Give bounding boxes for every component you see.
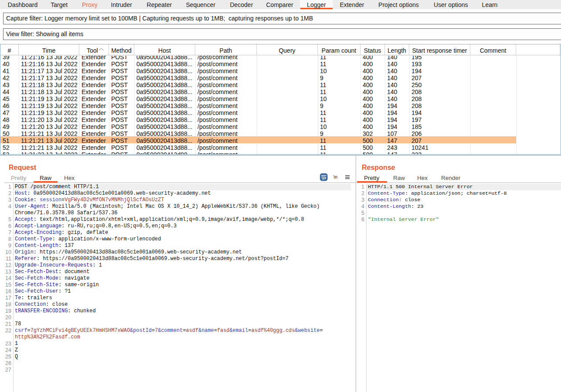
svg-text:\n: \n xyxy=(333,174,337,179)
